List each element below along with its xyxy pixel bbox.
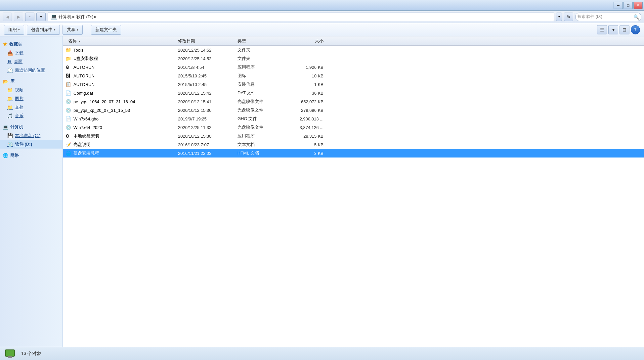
sidebar-item-desktop[interactable]: 🖥 桌面 [0,57,63,66]
include-library-button[interactable]: 包含到库中 ▾ [27,25,60,35]
table-row[interactable]: 🌐硬盘安装教程2016/11/21 22:03HTML 文档3 KB [63,149,644,158]
file-name: AUTORUN [72,73,178,78]
download-icon: 📥 [7,50,13,56]
documents-icon: 📁 [7,105,13,110]
address-dropdown-button[interactable]: ▾ [556,13,562,21]
file-type-icon: ⚙ [65,65,72,70]
file-name: U盘安装教程 [72,56,178,62]
file-date: 2020/10/12 15:30 [178,134,237,139]
search-box[interactable]: 搜索 软件 (D:) 🔍 [575,13,641,21]
file-type-icon: 💿 [65,108,72,113]
organize-button[interactable]: 组织 ▾ [4,25,24,35]
file-name: AUTORUN [72,65,178,70]
table-row[interactable]: 📄Win7x64.gho2019/9/7 19:25GHO 文件2,900,81… [63,114,644,123]
file-type: GHO 文件 [237,116,284,122]
table-row[interactable]: 📁U盘安装教程2020/12/25 14:52文件夹 [63,54,644,63]
file-date: 2015/5/10 2:45 [178,82,237,87]
view-toggle-button[interactable]: ▾ [608,25,618,34]
close-button[interactable]: ✕ [633,2,643,9]
sidebar-item-d-drive[interactable]: 💿 软件 (D:) [0,140,63,149]
sidebar-header-network[interactable]: 🌐 网络 [0,151,63,160]
table-row[interactable]: ⚙本地硬盘安装2020/10/12 15:30应用程序28,315 KB [63,132,644,140]
sidebar-item-music[interactable]: 🎵 音乐 [0,112,63,120]
sidebar-header-favorites[interactable]: ★ 收藏夹 [0,40,63,49]
recent-button[interactable]: ▾ [36,13,46,21]
file-date: 2016/1/8 4:54 [178,65,237,70]
sidebar-section-network: 🌐 网络 [0,151,63,160]
file-date: 2016/10/23 7:07 [178,142,237,147]
new-folder-button[interactable]: 新建文件夹 [91,25,121,35]
sidebar-header-library[interactable]: 📂 库 [0,77,63,86]
column-headers: 名称 ▲ 修改日期 类型 大小 [63,36,644,46]
file-rows: 📁Tools2020/12/25 14:52文件夹📁U盘安装教程2020/12/… [63,46,644,347]
address-field[interactable]: 💻 计算机 ▶ 软件 (D:) ▶ [48,13,554,21]
file-size: 28,315 KB [284,134,323,139]
table-row[interactable]: 💿pe_yqs_1064_20_07_31_16_042020/10/12 15… [63,97,644,106]
breadcrumb-drive[interactable]: 软件 (D:) ▶ [76,14,97,20]
file-size: 5 KB [284,142,323,147]
file-type-icon: 📝 [65,142,72,147]
sidebar-item-documents[interactable]: 📁 文档 [0,103,63,112]
file-list-area: 名称 ▲ 修改日期 类型 大小 📁Tools2020/12/25 14:52文件… [63,36,644,347]
minimize-button[interactable]: ─ [614,2,623,9]
status-bar: 13 个对象 [0,347,644,360]
column-name-header[interactable]: 名称 ▲ [65,38,178,44]
file-name: Config.dat [72,91,178,96]
sort-arrow-icon: ▲ [78,40,81,43]
share-button[interactable]: 共享 ▾ [63,25,83,35]
forward-button[interactable]: ▶ [14,13,23,21]
file-size: 1 KB [284,82,323,87]
file-size: 36 KB [284,91,323,96]
file-size: 3,874,126 ... [284,125,323,130]
computer-icon: 💻 [3,124,8,130]
c-drive-icon: 💾 [7,133,13,138]
file-type-icon: 📁 [65,47,72,53]
file-name: Win7x64_2020 [72,125,178,130]
title-bar: ─ □ ✕ [0,0,644,11]
file-date: 2020/12/25 14:52 [178,48,237,53]
sidebar-item-recent[interactable]: 🕐 最近访问的位置 [0,66,63,74]
file-type: 光盘映像文件 [237,107,284,113]
sidebar-item-download[interactable]: 📥 下载 [0,49,63,57]
view-options-button[interactable]: ☰ [597,25,607,34]
status-icon [4,348,16,360]
table-row[interactable]: 🖼AUTORUN2015/5/10 2:45图标10 KB [63,71,644,80]
file-type: 安装信息 [237,81,284,87]
sidebar-item-c-drive[interactable]: 💾 本地磁盘 (C:) [0,131,63,140]
file-date: 2016/11/21 22:03 [178,151,237,156]
table-row[interactable]: 📄Config.dat2020/10/12 15:42DAT 文件36 KB [63,89,644,97]
back-button[interactable]: ◀ [3,13,12,21]
table-row[interactable]: 📋AUTORUN2015/5/10 2:45安装信息1 KB [63,80,644,89]
file-type-icon: 📁 [65,56,72,61]
up-button[interactable]: ↑ [25,13,34,21]
file-size: 2,900,813 ... [284,116,323,121]
table-row[interactable]: 📁Tools2020/12/25 14:52文件夹 [63,46,644,54]
sidebar-item-pictures[interactable]: 📁 图片 [0,94,63,103]
file-size: 10 KB [284,73,323,78]
file-name: pe_yqs_xp_20_07_31_15_53 [72,108,178,113]
file-size: 279,696 KB [284,108,323,113]
file-type: HTML 文档 [237,150,284,156]
table-row[interactable]: ⚙AUTORUN2016/1/8 4:54应用程序1,926 KB [63,63,644,71]
table-row[interactable]: 💿pe_yqs_xp_20_07_31_15_532020/10/12 15:3… [63,106,644,114]
maximize-button[interactable]: □ [623,2,633,9]
status-text: 13 个对象 [21,351,41,357]
favorites-icon: ★ [3,41,7,47]
help-button[interactable]: ? [631,25,640,34]
recent-icon: 🕐 [7,68,13,73]
table-row[interactable]: 📝光盘说明2016/10/23 7:07文本文档5 KB [63,140,644,149]
sidebar-item-video[interactable]: 📁 视频 [0,86,63,94]
column-date-header[interactable]: 修改日期 [178,38,237,44]
table-row[interactable]: 💿Win7x64_20202020/12/25 11:32光盘映像文件3,874… [63,123,644,132]
breadcrumb-computer[interactable]: 计算机 ▶ [59,14,75,20]
file-date: 2020/10/12 15:42 [178,91,237,96]
file-type: 文件夹 [237,56,284,62]
refresh-button[interactable]: ↻ [564,13,573,21]
file-type-icon: ⚙ [65,133,72,139]
column-size-header[interactable]: 大小 [284,38,323,44]
column-type-header[interactable]: 类型 [237,38,284,44]
sidebar-header-computer[interactable]: 💻 计算机 [0,123,63,131]
desktop-icon: 🖥 [7,59,12,64]
file-type: DAT 文件 [237,90,284,96]
layout-button[interactable]: ⊡ [620,25,629,34]
